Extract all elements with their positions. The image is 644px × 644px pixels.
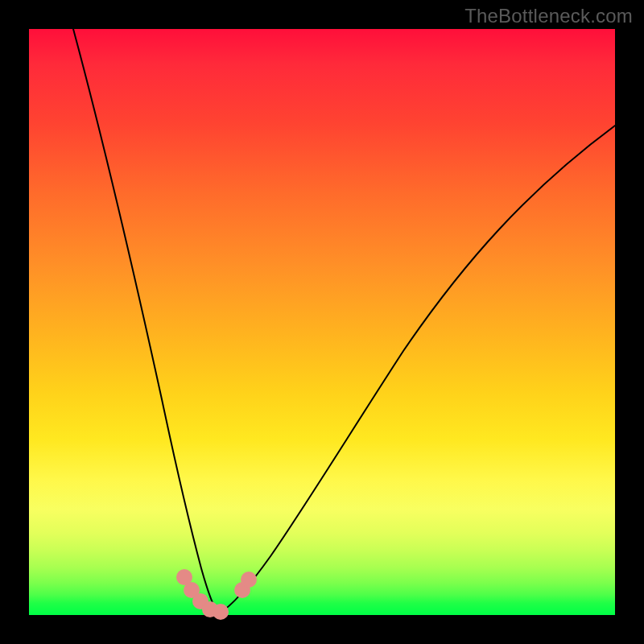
plot-area [29,29,615,615]
marker-dot [241,572,257,588]
curve-layer [29,29,615,615]
curve-left-arm [73,29,219,613]
marker-cluster [176,569,257,620]
curve-right-arm [219,126,615,613]
chart-frame: TheBottleneck.com [0,0,644,644]
watermark-text: TheBottleneck.com [464,5,633,27]
marker-dot [213,604,229,620]
